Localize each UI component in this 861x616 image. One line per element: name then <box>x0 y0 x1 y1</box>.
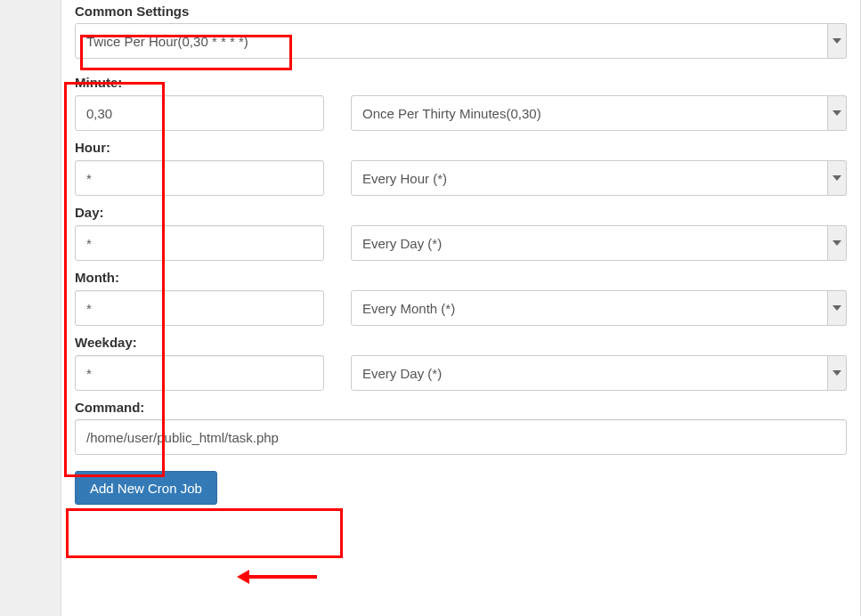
month-preset-selected: Every Month (*) <box>351 290 847 326</box>
day-preset-selected: Every Day (*) <box>351 225 847 261</box>
hour-preset-selected: Every Hour (*) <box>351 160 847 196</box>
day-preset-select[interactable]: Every Day (*) <box>351 225 847 261</box>
command-label: Command: <box>75 400 847 415</box>
month-preset-select[interactable]: Every Month (*) <box>351 290 847 326</box>
weekday-preset-select[interactable]: Every Day (*) <box>351 355 847 391</box>
day-input[interactable] <box>75 225 324 261</box>
day-label: Day: <box>75 205 324 220</box>
command-input[interactable] <box>75 419 847 455</box>
add-new-cron-job-button[interactable]: Add New Cron Job <box>75 471 217 505</box>
weekday-input[interactable] <box>75 355 324 391</box>
month-label: Month: <box>75 270 324 285</box>
minute-label: Minute: <box>75 75 324 90</box>
hour-input[interactable] <box>75 160 324 196</box>
minute-preset-select[interactable]: Once Per Thirty Minutes(0,30) <box>351 95 847 131</box>
common-settings-label: Common Settings <box>75 0 847 19</box>
weekday-label: Weekday: <box>75 335 324 350</box>
month-input[interactable] <box>75 290 324 326</box>
hour-preset-select[interactable]: Every Hour (*) <box>351 160 847 196</box>
weekday-preset-selected: Every Day (*) <box>351 355 847 391</box>
hour-label: Hour: <box>75 140 324 155</box>
common-settings-selected: Twice Per Hour(0,30 * * * *) <box>75 23 847 59</box>
common-settings-select[interactable]: Twice Per Hour(0,30 * * * *) <box>75 23 847 59</box>
minute-input[interactable] <box>75 95 324 131</box>
minute-preset-selected: Once Per Thirty Minutes(0,30) <box>351 95 847 131</box>
cron-job-form: Common Settings Twice Per Hour(0,30 * * … <box>61 0 861 616</box>
